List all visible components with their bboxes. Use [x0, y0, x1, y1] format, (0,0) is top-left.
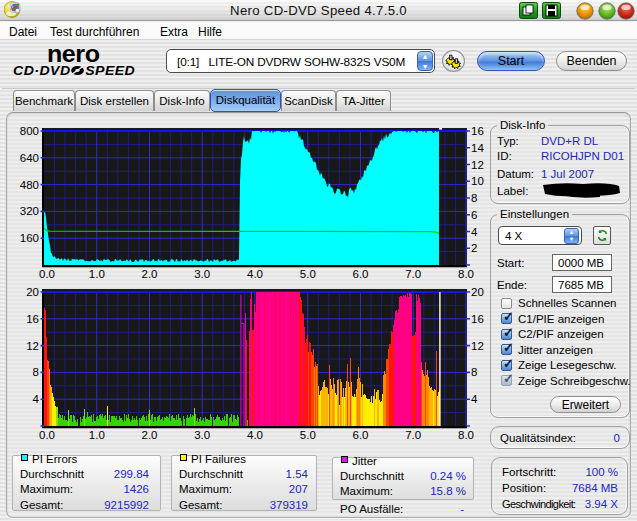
svg-text:0.0: 0.0 — [39, 268, 55, 280]
svg-text:12: 12 — [471, 159, 484, 171]
svg-text:5.0: 5.0 — [300, 268, 316, 280]
svg-text:16: 16 — [26, 313, 39, 325]
svg-text:800: 800 — [20, 125, 39, 137]
svg-text:160: 160 — [20, 232, 39, 244]
svg-text:6.0: 6.0 — [353, 268, 369, 280]
svg-text:8.0: 8.0 — [458, 268, 474, 280]
svg-text:20: 20 — [471, 286, 484, 298]
svg-text:4: 4 — [471, 226, 478, 238]
svg-text:7.0: 7.0 — [405, 268, 421, 280]
svg-text:8: 8 — [471, 192, 477, 204]
svg-text:2: 2 — [471, 242, 477, 254]
svg-text:2.0: 2.0 — [142, 268, 158, 280]
svg-text:3.0: 3.0 — [194, 268, 210, 280]
svg-text:16: 16 — [471, 313, 484, 325]
svg-text:4.0: 4.0 — [247, 268, 263, 280]
svg-text:320: 320 — [20, 205, 39, 217]
svg-text:10: 10 — [471, 175, 484, 187]
svg-text:4: 4 — [33, 393, 40, 405]
svg-text:480: 480 — [20, 179, 39, 191]
svg-text:12: 12 — [26, 340, 39, 352]
svg-text:640: 640 — [20, 152, 39, 164]
svg-text:6: 6 — [471, 209, 477, 221]
svg-text:20: 20 — [26, 286, 39, 298]
svg-text:8: 8 — [471, 366, 477, 378]
svg-text:14: 14 — [471, 142, 484, 154]
svg-text:8: 8 — [33, 366, 39, 378]
svg-text:16: 16 — [471, 125, 484, 137]
svg-text:4: 4 — [471, 393, 478, 405]
svg-text:12: 12 — [471, 340, 484, 352]
svg-text:1.0: 1.0 — [89, 268, 105, 280]
